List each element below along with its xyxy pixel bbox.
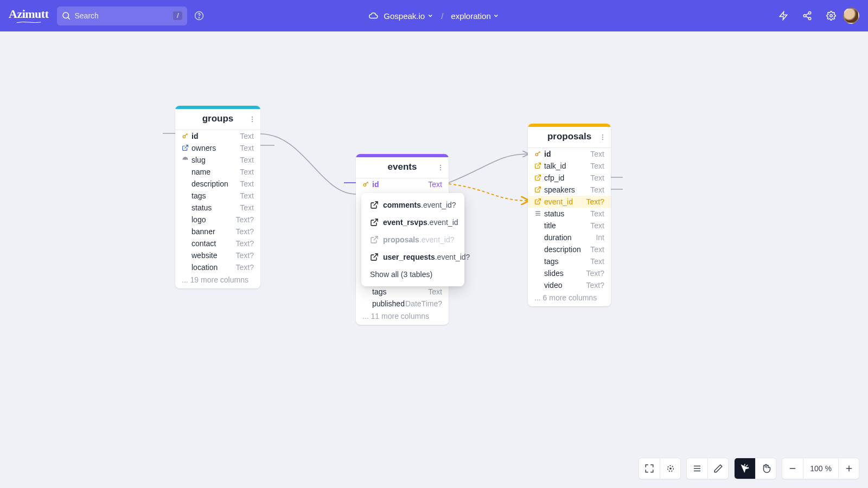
dropdown-item-label: comments.event_id? xyxy=(383,201,456,209)
avatar[interactable] xyxy=(843,8,859,24)
list-icon xyxy=(534,210,541,217)
breadcrumb-layout[interactable]: exploration xyxy=(451,11,499,21)
zoom-out-button[interactable] xyxy=(782,458,803,479)
column-name: slug xyxy=(190,156,240,164)
column-icon xyxy=(180,132,190,140)
zoom-level[interactable]: 100 % xyxy=(803,458,838,479)
svg-point-14 xyxy=(183,135,185,137)
svg-line-8 xyxy=(806,14,808,15)
dropdown-show-all[interactable]: Show all (3 tables) xyxy=(361,266,464,283)
column-row[interactable]: videoText? xyxy=(528,279,611,291)
table-menu-button[interactable] xyxy=(599,133,607,141)
dropdown-item[interactable]: proposals.event_id? xyxy=(361,231,464,248)
table-card-proposals[interactable]: proposals idTexttalk_idTextcfp_idTextspe… xyxy=(528,124,611,306)
column-row[interactable]: durationInt xyxy=(528,232,611,243)
help-button[interactable] xyxy=(190,7,208,24)
references-dropdown[interactable]: comments.event_id?event_rsvps.event_idpr… xyxy=(361,193,464,286)
column-row[interactable]: idText xyxy=(528,148,611,160)
table-header[interactable]: events xyxy=(356,157,449,178)
column-row[interactable]: publishedDateTime? xyxy=(356,298,449,310)
logo[interactable]: Azimutt xyxy=(9,8,48,23)
column-row[interactable]: talk_idText xyxy=(528,160,611,172)
settings-button[interactable] xyxy=(822,7,840,24)
fit-view-button[interactable] xyxy=(639,458,660,479)
column-name: id xyxy=(543,150,590,158)
lightning-button[interactable] xyxy=(775,7,792,24)
column-row[interactable]: speakersText xyxy=(528,184,611,196)
column-icon xyxy=(532,174,543,182)
column-row[interactable]: cfp_idText xyxy=(528,172,611,184)
column-row[interactable]: descriptionText xyxy=(528,243,611,255)
chevron-down-icon xyxy=(493,12,500,19)
table-more-columns[interactable]: ... 11 more columns xyxy=(356,310,449,325)
column-row[interactable]: titleText xyxy=(528,220,611,232)
column-row[interactable]: event_idText? xyxy=(528,196,611,208)
select-tool-button[interactable] xyxy=(735,458,755,479)
external-link-icon xyxy=(534,162,541,169)
column-name: status xyxy=(543,209,590,218)
column-row[interactable]: tagsText xyxy=(356,286,449,298)
search-box[interactable]: / xyxy=(57,7,187,25)
key-icon xyxy=(362,181,369,188)
column-type: Text? xyxy=(586,269,604,278)
column-row[interactable]: idText xyxy=(175,130,260,142)
column-name: tags xyxy=(190,191,240,200)
table-header[interactable]: groups xyxy=(175,109,260,130)
edit-button[interactable] xyxy=(707,458,728,479)
column-row[interactable]: nameText xyxy=(175,166,260,178)
column-icon xyxy=(532,198,543,206)
column-type: Text xyxy=(240,179,254,188)
share-button[interactable] xyxy=(799,7,816,24)
svg-point-18 xyxy=(363,183,366,185)
column-row[interactable]: locationText? xyxy=(175,261,260,273)
canvas-toolbar: 100 % xyxy=(639,458,859,479)
table-menu-button[interactable] xyxy=(248,115,256,123)
column-row[interactable]: tagsText xyxy=(528,255,611,267)
column-row[interactable]: websiteText? xyxy=(175,249,260,261)
svg-point-10 xyxy=(830,15,833,17)
external-link-icon xyxy=(370,235,379,244)
column-row[interactable]: statusText xyxy=(528,208,611,220)
external-link-icon xyxy=(534,174,541,181)
search-input[interactable] xyxy=(71,11,173,21)
column-type: Text? xyxy=(236,239,254,248)
svg-point-17 xyxy=(440,169,441,170)
column-row[interactable]: ownersText xyxy=(175,142,260,154)
table-header[interactable]: proposals xyxy=(528,127,611,148)
expand-icon xyxy=(644,464,654,473)
dots-vertical-icon xyxy=(248,115,256,123)
canvas[interactable]: groups idTextownersTextslugTextnameTextd… xyxy=(0,31,868,488)
column-row[interactable]: tagsText xyxy=(175,190,260,202)
column-row[interactable]: slidesText? xyxy=(528,267,611,279)
external-link-icon xyxy=(182,144,189,151)
column-row[interactable]: logoText? xyxy=(175,214,260,226)
center-view-button[interactable] xyxy=(660,458,680,479)
column-row[interactable]: slugText xyxy=(175,154,260,166)
column-row[interactable]: descriptionText xyxy=(175,178,260,190)
table-more-columns[interactable]: ... 19 more columns xyxy=(175,273,260,288)
column-type: Text? xyxy=(236,227,254,236)
pan-tool-button[interactable] xyxy=(755,458,776,479)
dropdown-item[interactable]: event_rsvps.event_id xyxy=(361,214,464,231)
table-card-groups[interactable]: groups idTextownersTextslugTextnameTextd… xyxy=(175,106,260,288)
column-type: Text xyxy=(428,180,442,189)
zoom-in-button[interactable] xyxy=(838,458,859,479)
dropdown-item[interactable]: comments.event_id? xyxy=(361,196,464,214)
column-name: location xyxy=(190,263,236,272)
column-row[interactable]: contactText? xyxy=(175,237,260,249)
list-button[interactable] xyxy=(687,458,707,479)
table-menu-button[interactable] xyxy=(437,164,444,171)
minus-icon xyxy=(788,464,797,473)
column-row[interactable]: statusText xyxy=(175,202,260,214)
column-type: Text xyxy=(240,203,254,212)
breadcrumb-project[interactable]: Gospeak.io xyxy=(384,11,433,21)
column-row[interactable]: idText xyxy=(356,178,449,190)
dropdown-item[interactable]: user_requests.event_id? xyxy=(361,248,464,266)
column-type: Text? xyxy=(586,197,604,206)
column-row[interactable]: bannerText? xyxy=(175,226,260,237)
column-icon xyxy=(180,144,190,152)
table-more-columns[interactable]: ... 6 more columns xyxy=(528,291,611,306)
column-type: Text xyxy=(590,150,604,158)
column-name: owners xyxy=(190,144,240,152)
external-link-icon xyxy=(370,253,379,261)
